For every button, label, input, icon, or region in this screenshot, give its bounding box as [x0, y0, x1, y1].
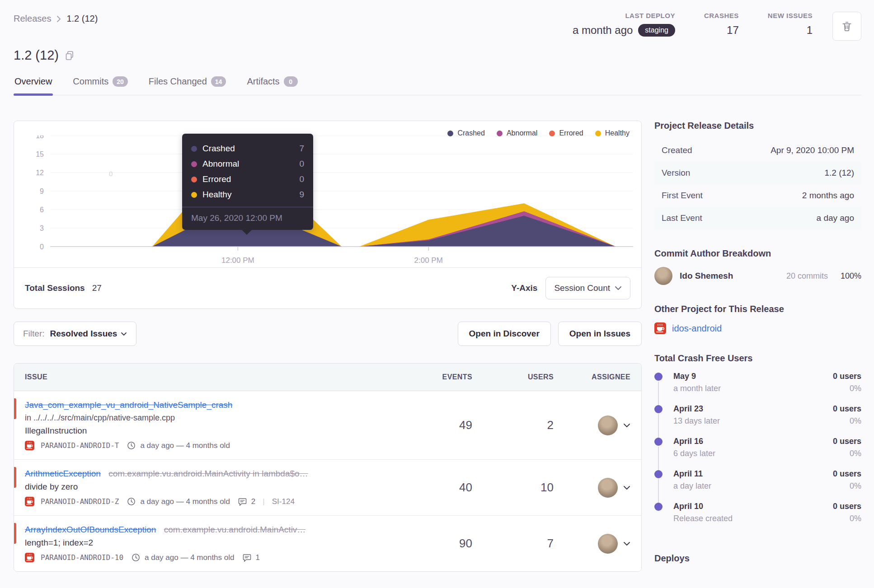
chart-tooltip: Crashed 7 Abnormal 0 Errored 0 — [182, 134, 313, 230]
author-name: Ido Shemesh — [680, 271, 786, 281]
page-title: 1.2 (12) — [14, 48, 59, 63]
detail-value: a day ago — [817, 213, 854, 223]
legend-crashed[interactable]: Crashed — [447, 129, 484, 137]
release-stats: LAST DEPLOY a month ago staging CRASHES … — [573, 12, 861, 41]
sessions-area-chart[interactable]: 036912151812:00 PM2:00 PM 0 Crashed 7 Ab… — [23, 135, 632, 267]
comment-icon — [238, 498, 247, 506]
timeline-date: April 10 — [673, 502, 833, 511]
tooltip-row-crashed: Crashed 7 — [191, 141, 304, 156]
project-cup-icon — [654, 322, 666, 334]
timeline-dot — [654, 405, 663, 413]
stat-new-issues: NEW ISSUES 1 — [768, 12, 813, 37]
issue-link[interactable]: ArrayIndexOutOfBoundsException — [25, 525, 156, 534]
column-assignee: ASSIGNEE — [554, 373, 630, 381]
detail-row-first-event: First Event 2 months ago — [654, 184, 861, 207]
timeline-percent: 0% — [833, 384, 861, 393]
timeline-entry: April 23 13 days later 0 users 0% — [654, 404, 861, 437]
legend-errored[interactable]: Errored — [549, 129, 583, 137]
main-column: Crashed Abnormal Errored Healthy — [14, 121, 642, 572]
svg-text:12:00 PM: 12:00 PM — [221, 256, 254, 265]
chevron-down-icon[interactable] — [623, 541, 630, 546]
timeline-percent: 0% — [833, 514, 861, 523]
column-events: EVENTS — [404, 373, 472, 381]
chevron-down-icon — [615, 286, 622, 290]
timeline-entry: April 10 Release created 0 users 0% — [654, 502, 861, 534]
issue-culprit: length=1; index=2 — [25, 538, 404, 548]
timeline-date: April 16 — [673, 437, 833, 446]
filter-prefix: Filter: — [23, 329, 45, 339]
tab-label: Files Changed — [149, 76, 207, 87]
issue-age: a day ago — 4 months old — [140, 497, 230, 506]
events-count: 90 — [404, 537, 472, 551]
timeline-date: May 9 — [673, 372, 833, 381]
sidebar: Project Release Details Created Apr 9, 2… — [654, 121, 861, 583]
filter-dropdown[interactable]: Filter: Resolved Issues — [14, 322, 136, 346]
timeline-dot — [654, 503, 663, 511]
timeline-date: April 23 — [673, 404, 833, 414]
author-row: Ido Shemesh 20 commits 100% — [654, 267, 861, 285]
open-in-issues-button[interactable]: Open in Issues — [558, 322, 642, 346]
tooltip-value: 0 — [299, 174, 304, 184]
tooltip-label: Crashed — [202, 144, 235, 154]
assignee-avatar[interactable] — [598, 534, 618, 554]
project-slug: PARANOID-ANDROID-10 — [41, 553, 123, 562]
assignee-avatar[interactable] — [598, 415, 618, 435]
meta-divider: | — [263, 497, 264, 506]
breadcrumb: Releases 1.2 (12) — [14, 12, 98, 24]
other-project-section: Other Project for This Release idos-andr… — [654, 304, 861, 334]
tooltip-label: Healthy — [202, 190, 231, 200]
section-heading: Project Release Details — [654, 121, 861, 131]
comment-count: 2 — [251, 497, 255, 506]
tooltip-value: 0 — [299, 159, 304, 169]
other-project-link[interactable]: idos-android — [672, 323, 722, 334]
tooltip-row-healthy: Healthy 9 — [191, 187, 304, 202]
assignee-avatar[interactable] — [598, 478, 618, 498]
yaxis-select[interactable]: Session Count — [545, 277, 630, 299]
author-percent: 100% — [841, 271, 861, 281]
svg-text:18: 18 — [36, 135, 44, 140]
timeline-users: 0 users — [833, 469, 861, 479]
errored-dot — [191, 177, 197, 182]
total-sessions-label: Total Sessions — [25, 283, 85, 293]
tab-count-badge: 0 — [284, 76, 298, 87]
section-heading: Deploys — [654, 553, 861, 564]
issue-link[interactable]: ArithmeticException — [25, 469, 101, 478]
tab-commits[interactable]: Commits 20 — [72, 76, 128, 95]
legend-label: Abnormal — [507, 129, 537, 137]
chart-legend: Crashed Abnormal Errored Healthy — [447, 129, 630, 137]
abnormal-dot — [497, 131, 503, 136]
chevron-down-icon[interactable] — [623, 485, 630, 490]
legend-abnormal[interactable]: Abnormal — [497, 129, 537, 137]
svg-text:3: 3 — [40, 224, 44, 232]
new-issues-value: 1 — [768, 24, 813, 37]
timeline-sub: 6 days later — [673, 449, 833, 458]
tab-files-changed[interactable]: Files Changed 14 — [148, 76, 227, 95]
detail-row-created: Created Apr 9, 2020 10:00 PM — [654, 139, 861, 162]
timeline-dot — [654, 438, 663, 446]
tooltip-date: May 26, 2020 12:00 PM — [191, 207, 304, 223]
svg-text:2:00 PM: 2:00 PM — [414, 256, 443, 265]
tab-artifacts[interactable]: Artifacts 0 — [246, 76, 298, 95]
delete-release-button[interactable] — [832, 12, 861, 41]
tab-label: Overview — [14, 76, 52, 87]
open-in-discover-button[interactable]: Open in Discover — [458, 322, 551, 346]
environment-badge: staging — [638, 24, 675, 37]
detail-row-version: Version 1.2 (12) — [654, 162, 861, 184]
chevron-down-icon[interactable] — [623, 423, 630, 428]
legend-healthy[interactable]: Healthy — [595, 129, 630, 137]
detail-label: Last Event — [662, 213, 702, 223]
issue-age: a day ago — 4 months old — [145, 553, 234, 562]
chart-footer: Total Sessions 27 Y-Axis Session Count — [14, 267, 641, 308]
tab-overview[interactable]: Overview — [14, 76, 53, 95]
tooltip-value: 9 — [299, 190, 304, 200]
breadcrumb-releases[interactable]: Releases — [14, 14, 51, 24]
stat-label: LAST DEPLOY — [573, 12, 675, 19]
copy-icon[interactable] — [65, 51, 74, 61]
healthy-dot — [191, 192, 197, 198]
users-count: 7 — [472, 537, 554, 551]
issue-link[interactable]: Java_com_example_vu_android_NativeSample… — [25, 400, 232, 410]
release-details-section: Project Release Details Created Apr 9, 2… — [654, 121, 861, 229]
detail-label: First Event — [662, 191, 703, 201]
chart-canvas: 036912151812:00 PM2:00 PM — [23, 135, 633, 267]
project-slug: PARANOID-ANDROID-T — [41, 441, 119, 450]
